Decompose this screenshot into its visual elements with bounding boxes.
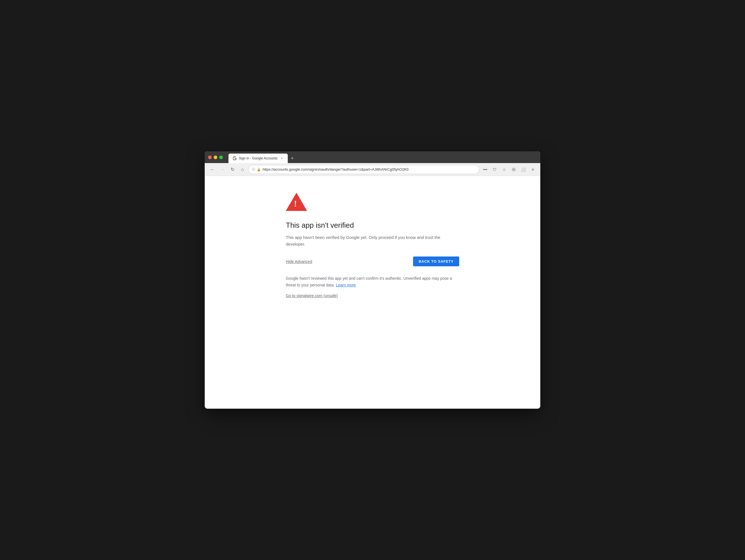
back-button[interactable]: ← bbox=[208, 165, 217, 174]
warning-container: This app isn't verified This app hasn't … bbox=[286, 193, 459, 392]
lock-icon: 🔒 bbox=[257, 167, 261, 172]
forward-button[interactable]: → bbox=[218, 165, 227, 174]
warning-triangle-icon bbox=[286, 193, 307, 211]
hide-advanced-link[interactable]: Hide Advanced bbox=[286, 259, 312, 264]
url-text: https://accounts.google.com/signin/oauth… bbox=[263, 167, 476, 172]
learn-more-link[interactable]: Learn more bbox=[336, 283, 356, 287]
minimize-button[interactable] bbox=[214, 156, 217, 159]
active-tab[interactable]: Sign in - Google Accounts × bbox=[228, 154, 288, 163]
more-options-button[interactable]: ••• bbox=[481, 165, 489, 174]
home-button[interactable]: ⌂ bbox=[238, 165, 247, 174]
new-tab-button[interactable]: + bbox=[288, 154, 296, 162]
traffic-lights bbox=[208, 156, 223, 159]
tab-bar: Sign in - Google Accounts × + bbox=[228, 151, 296, 163]
maximize-button[interactable] bbox=[219, 156, 223, 159]
warning-description: This app hasn't been verified by Google … bbox=[286, 234, 459, 248]
title-bar: Sign in - Google Accounts × + bbox=[205, 151, 540, 163]
sidebar-button[interactable]: ⬜ bbox=[519, 165, 527, 174]
action-row: Hide Advanced BACK TO SAFETY bbox=[286, 256, 459, 266]
bookmark-button[interactable]: ☆ bbox=[500, 165, 509, 174]
browser-window: Sign in - Google Accounts × + ← → ↻ ⌂ ⓘ … bbox=[205, 151, 540, 409]
reload-button[interactable]: ↻ bbox=[228, 165, 236, 174]
tab-title: Sign in - Google Accounts bbox=[239, 156, 278, 160]
page-content: This app isn't verified This app hasn't … bbox=[205, 176, 540, 409]
shield-button[interactable]: 🛡 bbox=[490, 165, 499, 174]
advanced-description: Google hasn't reviewed this app yet and … bbox=[286, 275, 459, 289]
unsafe-site-link[interactable]: Go to signalwire.com (unsafe) bbox=[286, 293, 338, 298]
close-button[interactable] bbox=[208, 156, 212, 159]
tab-close-button[interactable]: × bbox=[280, 156, 284, 161]
nav-right-buttons: ••• 🛡 ☆ ⦿ ⬜ ≡ bbox=[481, 165, 537, 174]
warning-icon-wrap bbox=[286, 193, 459, 212]
reading-list-button[interactable]: ⦿ bbox=[510, 165, 518, 174]
back-to-safety-button[interactable]: BACK TO SAFETY bbox=[413, 256, 459, 266]
menu-button[interactable]: ≡ bbox=[528, 165, 537, 174]
address-bar[interactable]: ⓘ 🔒 https://accounts.google.com/signin/o… bbox=[248, 165, 479, 174]
nav-bar: ← → ↻ ⌂ ⓘ 🔒 https://accounts.google.com/… bbox=[205, 163, 540, 176]
tab-favicon bbox=[232, 156, 237, 161]
info-icon: ⓘ bbox=[252, 167, 255, 172]
warning-title: This app isn't verified bbox=[286, 221, 459, 230]
